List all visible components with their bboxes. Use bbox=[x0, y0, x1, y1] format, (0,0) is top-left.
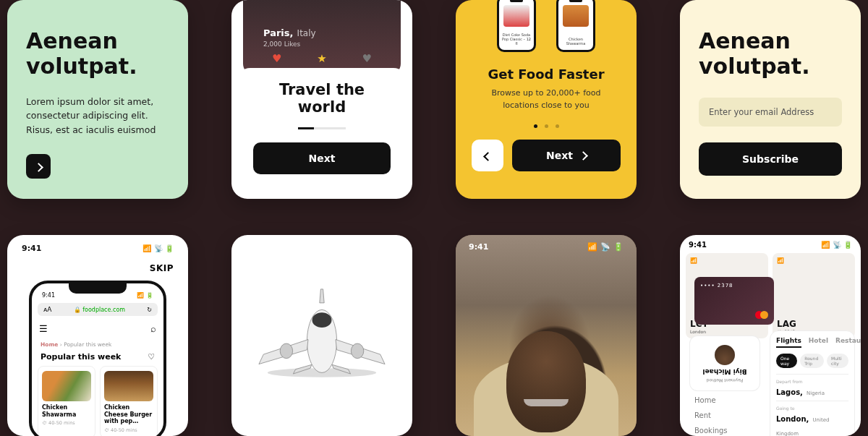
page-indicator bbox=[472, 124, 621, 128]
product-image bbox=[42, 371, 91, 401]
svg-point-3 bbox=[280, 343, 292, 359]
airport-city: London bbox=[690, 329, 764, 334]
status-icons: 📶 📡 🔋 bbox=[142, 244, 174, 253]
status-bar: 9:41 📶 📡 🔋 bbox=[17, 244, 178, 253]
inner-status-bar: 9:41📶 🔋 bbox=[38, 289, 158, 300]
page-indicator bbox=[253, 127, 391, 129]
field-going-to[interactable]: Going to London, United Kingdom bbox=[776, 401, 848, 436]
airplane-card bbox=[231, 235, 412, 436]
profile-card[interactable]: Payment Method Biyi Michael bbox=[690, 336, 760, 390]
status-bar: 9:41 📶 📡 🔋 bbox=[456, 242, 637, 252]
sheet-title: Travel the world bbox=[253, 81, 391, 116]
tab-hotel[interactable]: Hotel bbox=[809, 337, 828, 348]
flight-booking-card: 9:41 📶 📡 🔋 SKIP 📶 LCY London 📶 LAG Air 8… bbox=[680, 235, 861, 436]
signal-icon: 📶 bbox=[777, 257, 784, 264]
food-app-card: 9:41 📶 📡 🔋 SKIP 9:41📶 🔋 ᴀA 🔒 foodplace.c… bbox=[7, 235, 188, 436]
section-title: Popular this week bbox=[41, 352, 121, 362]
status-icons: 📶 📡 🔋 bbox=[587, 242, 624, 252]
menu-item-home[interactable]: Home bbox=[690, 393, 760, 408]
star-icon[interactable]: ★ bbox=[317, 52, 326, 65]
card-last4: •••• 2378 bbox=[700, 283, 768, 288]
product-image bbox=[104, 371, 153, 401]
profile-subtitle: Payment Method bbox=[696, 378, 754, 383]
side-menu: Home Rent Bookings bbox=[690, 393, 760, 436]
svg-point-2 bbox=[312, 312, 332, 328]
status-time: 9:41 bbox=[469, 242, 488, 252]
location-label: Paris, Italy 2,000 Likes bbox=[263, 25, 316, 48]
heart-icon[interactable]: ♥ bbox=[272, 52, 281, 65]
pill-multicity[interactable]: Multi city bbox=[827, 354, 848, 368]
tab-flights[interactable]: Flights bbox=[776, 337, 801, 348]
crumb-page: Popular this week bbox=[64, 341, 111, 348]
location-likes: 2,000 Likes bbox=[263, 40, 316, 48]
next-button[interactable]: Next bbox=[253, 142, 391, 174]
photo-face bbox=[506, 331, 586, 432]
food-onboarding-card: Diet Coke Soda Pop Classic – 12 fl Chick… bbox=[456, 0, 637, 199]
reload-icon[interactable]: ↻ bbox=[147, 307, 152, 313]
search-icon[interactable]: ⌕ bbox=[150, 323, 156, 334]
mini-phone-preview: Diet Coke Soda Pop Classic – 12 fl Chick… bbox=[472, 0, 621, 52]
field-value: London, bbox=[776, 415, 809, 423]
pill-oneway[interactable]: One way bbox=[776, 354, 797, 368]
booking-tabs: Flights Hotel Restaur… bbox=[776, 337, 848, 348]
onboarding-title: Get Food Faster bbox=[472, 67, 621, 82]
mini-phone: Diet Coke Soda Pop Classic – 12 fl bbox=[497, 0, 536, 52]
mini-caption: Chicken Shawarma bbox=[561, 37, 590, 46]
arrow-right-icon bbox=[580, 150, 587, 161]
field-note: Nigeria bbox=[807, 390, 825, 396]
bookmark-icon[interactable]: ♡ bbox=[148, 352, 155, 362]
phone-image-area: Paris, Italy 2,000 Likes ♥ ★ ♥ bbox=[243, 0, 401, 75]
browser-url-bar[interactable]: ᴀA 🔒 foodplace.com ↻ bbox=[38, 303, 158, 316]
avatar bbox=[715, 345, 735, 365]
promo-heading: Aenean volutpat. bbox=[26, 29, 169, 79]
field-label: Depart from bbox=[776, 379, 848, 384]
subscribe-button[interactable]: Subscribe bbox=[699, 142, 842, 176]
product-card[interactable]: Chicken Shawarma ⏱ 40-50 mins bbox=[38, 366, 95, 436]
svg-point-4 bbox=[351, 343, 363, 359]
airplane-icon bbox=[253, 285, 391, 386]
profile-name: Biyi Michael bbox=[696, 368, 754, 375]
product-time: ⏱ 40-50 mins bbox=[104, 427, 153, 433]
breadcrumb: Home › Popular this week bbox=[41, 341, 155, 348]
subscribe-card: Aenean volutpat. Enter your email Addres… bbox=[680, 0, 861, 199]
back-button[interactable] bbox=[472, 140, 503, 171]
product-title: Chicken Cheese Burger with pep… bbox=[104, 404, 153, 425]
menu-item-bookings[interactable]: Bookings bbox=[690, 423, 760, 436]
hamburger-icon[interactable]: ☰ bbox=[39, 323, 48, 334]
field-label: Going to bbox=[776, 406, 848, 411]
signal-icon: 📶 bbox=[690, 257, 697, 264]
location-city: Paris, bbox=[263, 27, 294, 38]
mini-phone: Chicken Shawarma bbox=[556, 0, 595, 52]
status-bar: 9:41 📶 📡 🔋 bbox=[686, 241, 855, 249]
bottom-sheet: Travel the world Next bbox=[237, 68, 407, 192]
subscribe-heading: Aenean volutpat. bbox=[699, 29, 842, 79]
skip-button[interactable]: SKIP bbox=[22, 263, 174, 273]
broken-heart-icon[interactable]: ♥ bbox=[362, 52, 372, 65]
field-depart-from[interactable]: Depart from Lagos, Nigeria bbox=[776, 374, 848, 401]
credit-card[interactable]: •••• 2378 bbox=[694, 277, 774, 325]
trip-type-pills: One way Round Trip Multi city bbox=[776, 354, 848, 368]
airport-code: LAG bbox=[777, 319, 851, 329]
arrow-left-icon bbox=[485, 148, 491, 163]
tab-restaurant[interactable]: Restaur… bbox=[835, 337, 861, 348]
product-time: ⏱ 40-50 mins bbox=[42, 420, 91, 426]
location-country: Italy bbox=[297, 28, 316, 38]
email-field[interactable]: Enter your email Address bbox=[699, 98, 842, 127]
menu-item-rent[interactable]: Rent bbox=[690, 408, 760, 423]
next-button[interactable]: Next bbox=[512, 140, 621, 171]
chevron-right-icon bbox=[35, 160, 42, 174]
portrait-card: 9:41 📶 📡 🔋 bbox=[456, 235, 637, 436]
mini-caption: Diet Coke Soda Pop Classic – 12 fl bbox=[502, 33, 531, 46]
promo-body: Lorem ipsum dolor sit amet, consectetur … bbox=[26, 95, 169, 137]
inner-time: 9:41 bbox=[42, 292, 55, 299]
field-value: Lagos, bbox=[776, 388, 803, 396]
crumb-home[interactable]: Home bbox=[41, 341, 58, 348]
pill-roundtrip[interactable]: Round Trip bbox=[800, 354, 824, 368]
url-text: foodplace.com bbox=[82, 307, 125, 313]
next-arrow-button[interactable] bbox=[26, 154, 51, 179]
status-time: 9:41 bbox=[689, 241, 707, 249]
status-icons: 📶 📡 🔋 bbox=[821, 241, 852, 249]
mastercard-icon bbox=[755, 311, 768, 319]
airport-tile[interactable]: 📶 LAG Air 8843 bbox=[773, 253, 855, 338]
product-card[interactable]: Chicken Cheese Burger with pep… ⏱ 40-50 … bbox=[100, 366, 158, 436]
